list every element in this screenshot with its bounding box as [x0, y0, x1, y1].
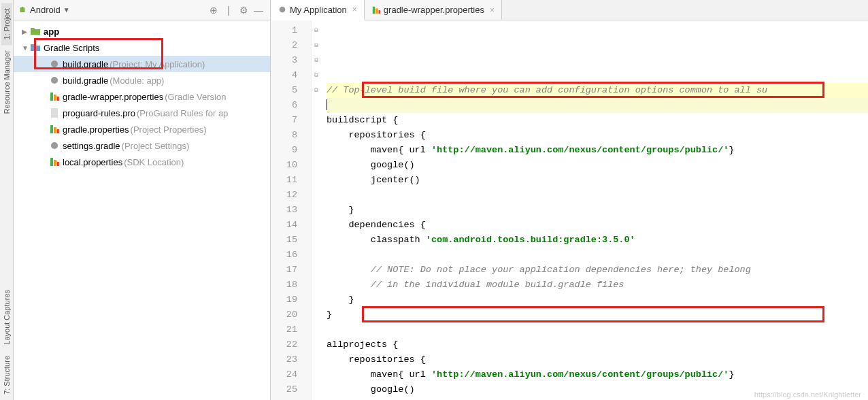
tree-hint: (Project: My Application) [110, 59, 205, 69]
line-number-gutter: 1234567891011121314151617181920212223242… [271, 20, 312, 400]
tree-label: gradle-wrapper.properties [63, 92, 163, 102]
tree-item-proguard[interactable]: proguard-rules.pro (ProGuard Rules for a… [14, 105, 270, 121]
svg-rect-9 [54, 127, 56, 133]
tab-label: gradle-wrapper.properties [384, 5, 484, 15]
close-icon[interactable]: × [352, 5, 357, 14]
gear-icon[interactable]: ⚙ [236, 3, 251, 18]
target-icon[interactable]: ⊕ [206, 3, 221, 18]
svg-rect-18 [378, 10, 380, 14]
tree-hint: (SDK Location) [124, 157, 184, 167]
svg-point-2 [51, 61, 58, 67]
tree-gradle-scripts-node[interactable]: ▼ Gradle Scripts [14, 39, 270, 56]
watermark-text: https://blog.csdn.net/Knightletter [754, 390, 861, 399]
svg-rect-17 [375, 8, 378, 14]
divider-icon: | [221, 3, 236, 18]
tree-label: build.gradle [63, 76, 108, 86]
tree-app-node[interactable]: ▶ app [14, 23, 270, 39]
code-area[interactable]: // Top-level build file where you can ad… [321, 20, 868, 400]
svg-rect-14 [57, 162, 59, 166]
tree-item-gradle-properties[interactable]: gradle.properties (Project Properties) [14, 121, 270, 137]
minimize-icon[interactable]: — [251, 3, 266, 18]
svg-point-15 [280, 7, 286, 13]
vtab-layout-captures[interactable]: Layout Captures [1, 284, 12, 350]
tab-my-application[interactable]: My Application × [271, 0, 365, 20]
svg-rect-12 [50, 158, 53, 166]
text-file-icon [49, 107, 60, 118]
tab-label: My Application [290, 5, 347, 15]
gradle-file-icon [49, 140, 60, 151]
fold-gutter[interactable]: ⊟⊟⊟⊟⊟ [312, 20, 321, 400]
svg-rect-16 [373, 6, 375, 14]
svg-rect-8 [50, 125, 53, 133]
tree-label: Gradle Scripts [44, 43, 99, 53]
vtab-resource-manager[interactable]: Resource Manager [1, 45, 12, 120]
expand-arrow-icon[interactable]: ▶ [22, 28, 30, 35]
svg-rect-7 [51, 108, 58, 118]
properties-file-icon [371, 5, 381, 15]
tree-label: proguard-rules.pro [63, 108, 135, 118]
view-mode-label[interactable]: Android [30, 5, 61, 15]
properties-file-icon [49, 156, 60, 167]
tree-item-settings-gradle[interactable]: settings.gradle (Project Settings) [14, 137, 270, 154]
tree-item-build-gradle-module[interactable]: build.gradle (Module: app) [14, 72, 270, 88]
gradle-folder-icon [30, 42, 41, 53]
tree-item-wrapper-properties[interactable]: gradle-wrapper.properties (Gradle Versio… [14, 88, 270, 105]
properties-file-icon [49, 91, 60, 102]
tree-label: app [44, 27, 59, 37]
properties-file-icon [49, 124, 60, 135]
tab-gradle-wrapper[interactable]: gradle-wrapper.properties × [365, 0, 502, 20]
svg-rect-5 [54, 95, 56, 101]
tree-hint: (Project Settings) [122, 141, 190, 151]
tree-hint: (Module: app) [110, 76, 164, 86]
android-icon [18, 5, 27, 15]
svg-point-11 [51, 142, 58, 149]
svg-point-1 [23, 7, 24, 7]
tree-hint: (ProGuard Rules for ap [137, 108, 228, 118]
svg-rect-13 [54, 160, 56, 166]
gradle-file-icon [49, 59, 60, 69]
editor-tabs: My Application × gradle-wrapper.properti… [271, 0, 868, 20]
editor-panel: My Application × gradle-wrapper.properti… [271, 0, 868, 400]
svg-point-3 [51, 77, 58, 84]
dropdown-arrow-icon[interactable]: ▼ [63, 6, 70, 14]
vtab-structure[interactable]: 7: Structure [1, 350, 12, 400]
svg-rect-6 [57, 97, 59, 101]
vtab-project[interactable]: 1: Project [1, 3, 12, 45]
tree-item-build-gradle-project[interactable]: build.gradle (Project: My Application) [14, 56, 270, 72]
tree-hint: (Gradle Version [165, 92, 226, 102]
svg-rect-4 [50, 93, 53, 101]
tree-hint: (Project Properties) [131, 124, 207, 135]
close-icon[interactable]: × [490, 5, 495, 15]
left-tool-strip: 1: Project Resource Manager Layout Captu… [0, 0, 14, 400]
code-editor[interactable]: 1234567891011121314151617181920212223242… [271, 20, 868, 400]
svg-rect-10 [57, 129, 59, 133]
folder-icon [30, 26, 41, 37]
tree-item-local-properties[interactable]: local.properties (SDK Location) [14, 154, 270, 170]
svg-point-0 [21, 7, 22, 7]
tree-label: settings.gradle [63, 141, 120, 151]
tree-label: build.gradle [63, 59, 108, 69]
gradle-file-icon [49, 75, 60, 86]
project-top-bar: Android ▼ ⊕ | ⚙ — [14, 0, 270, 20]
tree-label: local.properties [63, 157, 122, 167]
project-panel: Android ▼ ⊕ | ⚙ — ▶ app ▼ Gradle Scripts… [14, 0, 271, 400]
tree-label: gradle.properties [63, 124, 129, 135]
project-tree: ▶ app ▼ Gradle Scripts build.gradle (Pro… [14, 20, 270, 173]
expand-arrow-icon[interactable]: ▼ [22, 44, 30, 52]
gradle-file-icon [278, 5, 287, 14]
